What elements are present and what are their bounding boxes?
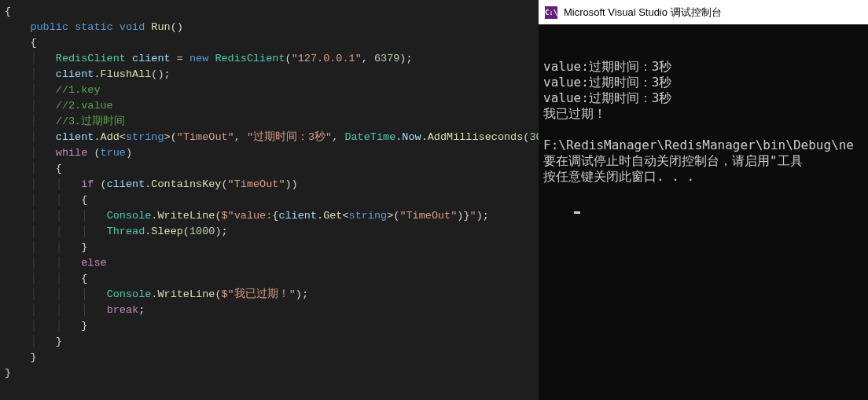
code-line[interactable]: │ //2.value [0,98,539,114]
code-line[interactable]: │ │ { [0,271,539,287]
code-line[interactable]: │ client.FlushAll(); [0,67,539,83]
code-line[interactable]: │ client.Add<string>("TimeOut", "过期时间：3秒… [0,130,539,145]
code-editor[interactable]: { public static void Run() { │ RedisClie… [0,0,539,400]
console-line [543,122,863,138]
code-line[interactable]: public static void Run() [0,20,539,35]
console-line: 要在调试停止时自动关闭控制台，请启用"工具 [543,153,863,169]
console-window: C:\ Microsoft Visual Studio 调试控制台 value:… [539,0,868,400]
code-line[interactable]: } [0,350,539,365]
code-line[interactable]: } [0,365,539,381]
console-line: value:过期时间：3秒 [543,90,863,106]
console-titlebar[interactable]: C:\ Microsoft Visual Studio 调试控制台 [539,0,868,24]
console-title: Microsoft Visual Studio 调试控制台 [564,6,722,20]
code-line[interactable]: │ │ │ Console.WriteLine($"value:{client.… [0,208,539,224]
code-line[interactable]: │ │ │ break; [0,303,539,318]
code-line[interactable]: │ //3.过期时间 [0,114,539,130]
code-line[interactable]: │ │ │ Console.WriteLine($"我已过期！"); [0,287,539,303]
console-line: F:\RedisManager\RedisManager\bin\Debug\n… [543,138,863,153]
code-line[interactable]: │ { [0,161,539,177]
code-line[interactable]: │ │ } [0,240,539,255]
code-line[interactable]: │ │ } [0,318,539,334]
console-output[interactable]: value:过期时间：3秒value:过期时间：3秒value:过期时间：3秒我… [539,24,868,235]
console-line: 我已过期！ [543,106,863,122]
code-line[interactable]: │ while (true) [0,145,539,161]
console-line: 按任意键关闭此窗口. . . [543,169,863,185]
code-line[interactable]: │ │ │ Thread.Sleep(1000); [0,224,539,240]
code-line[interactable]: │ │ { [0,193,539,208]
console-line: value:过期时间：3秒 [543,75,863,90]
console-cursor [574,211,580,214]
code-line[interactable]: │ } [0,334,539,350]
code-container: { public static void Run() { │ RedisClie… [0,4,539,381]
code-line[interactable]: │ RedisClient client = new RedisClient("… [0,51,539,67]
code-line[interactable]: │ │ else [0,255,539,271]
console-line: value:过期时间：3秒 [543,59,863,75]
code-line[interactable]: │ //1.key [0,83,539,98]
console-app-icon: C:\ [545,6,557,19]
code-line[interactable]: { [0,4,539,20]
code-line[interactable]: │ │ if (client.ContainsKey("TimeOut")) [0,177,539,193]
code-line[interactable]: { [0,35,539,51]
